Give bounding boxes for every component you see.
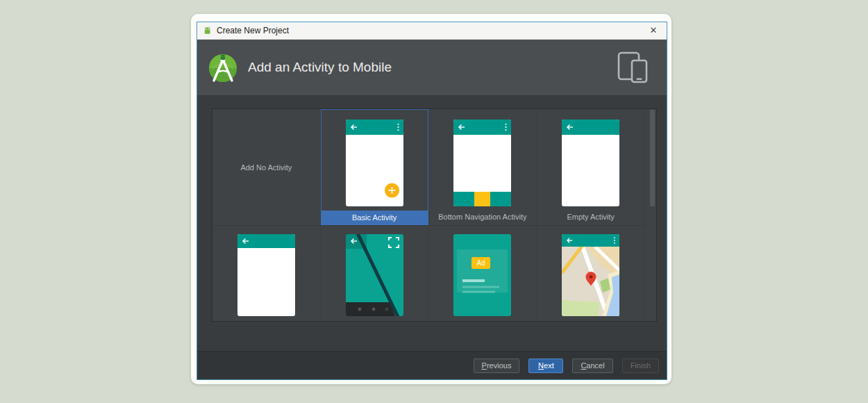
activity-label: Add No Activity xyxy=(240,163,292,172)
page-title: Add an Activity to Mobile xyxy=(248,60,392,75)
fullscreen-activity-thumbnail-icon xyxy=(346,234,403,316)
activity-label: Empty Activity xyxy=(537,213,644,221)
cancel-button[interactable]: Cancel xyxy=(572,359,612,373)
window-titlebar[interactable]: Create New Project ✕ xyxy=(197,22,667,40)
ad-badge-label: Ad xyxy=(477,259,485,267)
gallery-item-row2-1[interactable] xyxy=(212,226,321,322)
basic-activity-thumbnail-icon xyxy=(346,120,403,206)
gallery-item-add-no-activity[interactable]: Add No Activity xyxy=(212,109,321,226)
gallery-row-2: Ad xyxy=(212,226,645,322)
android-studio-logo-icon xyxy=(207,51,239,83)
dialog-frame: Create New Project ✕ Add an Activity to … xyxy=(191,14,671,384)
finish-button[interactable]: Finish xyxy=(622,359,659,373)
close-icon[interactable]: ✕ xyxy=(646,23,661,38)
next-button[interactable]: Next xyxy=(528,359,563,373)
gallery-item-basic-activity[interactable]: Basic Activity xyxy=(321,109,429,226)
bottom-navigation-thumbnail-icon xyxy=(453,120,511,206)
gallery-item-admob[interactable]: Ad xyxy=(429,226,537,322)
android-icon xyxy=(202,26,212,35)
gallery-row-1: Add No Activity xyxy=(212,109,645,226)
admob-activity-thumbnail-icon: Ad xyxy=(453,234,511,316)
gallery-item-empty-activity[interactable]: Empty Activity xyxy=(537,109,645,226)
activity-thumbnail-icon xyxy=(237,234,295,316)
vertical-scrollbar-thumb[interactable] xyxy=(650,110,655,206)
activity-label: Bottom Navigation Activity xyxy=(429,213,537,221)
activity-label: Basic Activity xyxy=(321,211,428,225)
gallery-item-bottom-navigation-activity[interactable]: Bottom Navigation Activity xyxy=(429,109,537,226)
gallery-item-fullscreen[interactable] xyxy=(321,226,429,322)
dialog-button-bar: Previous Next Cancel Finish xyxy=(197,351,667,379)
wizard-header: Add an Activity to Mobile xyxy=(197,40,667,95)
previous-button[interactable]: Previous xyxy=(474,359,520,373)
wizard-body: Add No Activity xyxy=(197,95,667,379)
create-new-project-dialog: Create New Project ✕ Add an Activity to … xyxy=(197,22,667,380)
empty-activity-thumbnail-icon xyxy=(562,120,619,206)
maps-activity-thumbnail-icon xyxy=(562,234,619,316)
window-title: Create New Project xyxy=(217,26,289,35)
gallery-item-maps[interactable] xyxy=(537,226,645,322)
activity-gallery: Add No Activity xyxy=(212,108,657,322)
tablet-phone-icon xyxy=(617,51,651,83)
